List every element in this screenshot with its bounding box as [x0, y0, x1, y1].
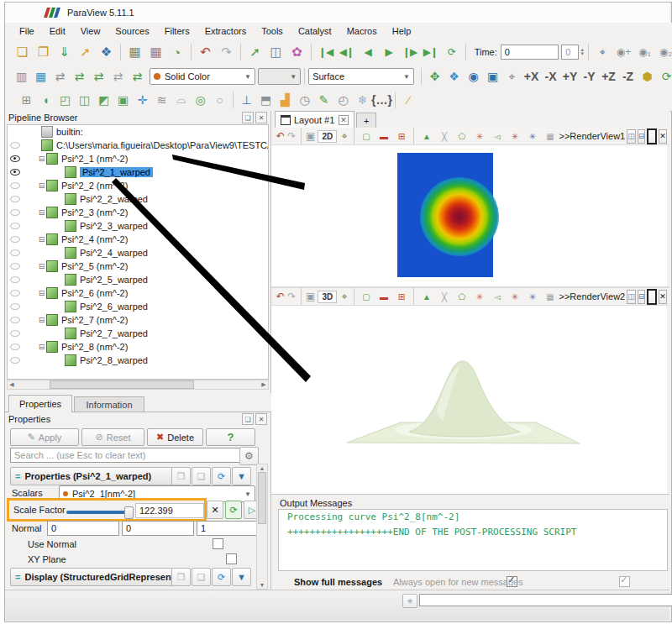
reset-session-icon[interactable]: ◔ [166, 42, 187, 62]
renderview2-label[interactable]: >>RenderView2 [559, 291, 626, 302]
menu-file[interactable]: File [12, 24, 42, 38]
display-section-header[interactable]: = Display (StructuredGridRepresentatio [10, 568, 176, 586]
slice-icon[interactable]: ◫ [75, 91, 94, 109]
group-datasets-icon[interactable]: ◎ [191, 91, 210, 109]
split-horizontal-button[interactable]: ◫ [627, 129, 636, 144]
rescale-data-range-icon[interactable]: ⇄ [70, 67, 89, 86]
undock-panel-button[interactable]: ❏ [242, 112, 254, 123]
menu-view[interactable]: View [73, 24, 108, 38]
tree-expander-icon[interactable]: ⊟ [37, 316, 46, 324]
close-view-button[interactable]: ✕ [659, 290, 667, 304]
output-messages-box[interactable]: Processing curve Psi^2_8[nm^-2]+++++++++… [278, 509, 668, 571]
frame-spinner-arrows[interactable]: ▲▼ [580, 48, 585, 56]
tree-expander-icon[interactable]: ⊟ [37, 235, 46, 244]
connect-server-icon[interactable]: ▦ [124, 42, 145, 62]
camera-mode-toggle[interactable]: 3D [318, 291, 337, 303]
pipeline-item-psi5[interactable]: ⊟ Psi^2_5 (nm^-2) [8, 260, 268, 273]
interactive-select-points-icon[interactable]: ◅ [488, 128, 506, 144]
glyph-icon[interactable]: ✛ [133, 91, 152, 109]
visibility-eye-icon[interactable] [9, 354, 22, 366]
pipeline-item-builtin[interactable]: builtin: [8, 125, 268, 139]
zoom-to-box-icon[interactable]: ⌖ [339, 289, 350, 304]
use-normal-checkbox[interactable] [213, 538, 223, 549]
tree-expander-icon[interactable]: ⊟ [37, 208, 46, 217]
visibility-eye-icon[interactable] [9, 233, 22, 245]
first-frame-button[interactable]: ❙◀ [315, 42, 336, 62]
pipeline-item-psi6[interactable]: ⊟ Psi^2_6 (nm^-2) [8, 286, 268, 300]
paste-properties-button[interactable]: ❏ [192, 568, 211, 586]
normal-x-input[interactable]: 0 [47, 521, 119, 536]
hover-points-icon[interactable]: ✳ [506, 128, 523, 144]
split-vertical-button[interactable]: ⊟ [638, 129, 646, 144]
camera-2-icon[interactable]: ◉₂ [655, 42, 672, 62]
always-open-checkbox[interactable] [619, 576, 630, 587]
select-cells-through-icon[interactable]: ⊞ [392, 128, 410, 144]
extract-subset-icon[interactable]: ▣ [113, 91, 133, 109]
properties-section-header[interactable]: = Properties (Psi^2_1_warped) [10, 467, 176, 485]
pipeline-item-psi4[interactable]: ⊟ Psi^2_4 (nm^-2) [8, 233, 268, 246]
save-state-icon[interactable]: ❐ [33, 42, 54, 62]
camera-undo-icon[interactable]: ↶ [275, 128, 286, 144]
close-view-button[interactable]: ✕ [659, 129, 667, 144]
copy-properties-button[interactable]: ❐ [171, 467, 191, 485]
toggle-interaction-mode-icon[interactable]: ▦ [541, 128, 559, 144]
save-defaults-button[interactable]: ▼ [232, 467, 251, 485]
select-cells-polygon-icon[interactable]: ▲ [417, 128, 435, 144]
visibility-eye-icon[interactable] [9, 260, 22, 272]
histogram-icon[interactable]: ▟ [276, 91, 295, 109]
tree-expander-icon[interactable]: ⊟ [37, 181, 46, 190]
tab-information[interactable]: Information [74, 396, 144, 412]
plot-data-icon[interactable]: ✎ [314, 91, 333, 109]
zoom-camera-icon[interactable]: ⌖ [592, 42, 613, 62]
component-combo[interactable]: ▼ [258, 68, 301, 85]
save-data-icon[interactable]: ⇓ [54, 42, 75, 62]
paste-properties-button[interactable]: ❏ [192, 467, 211, 485]
edit-color-map-icon[interactable]: ▦ [31, 67, 50, 86]
toggle-color-legend-icon[interactable]: ▥ [12, 67, 31, 86]
menu-tools[interactable]: Tools [254, 24, 291, 38]
view-plus-y-button[interactable]: +Y [560, 67, 580, 86]
interactive-select-points-icon[interactable]: ◅ [488, 289, 506, 304]
slider-handle[interactable] [124, 506, 134, 519]
visibility-eye-icon[interactable] [9, 247, 22, 259]
time-input[interactable]: 0 [501, 45, 559, 60]
rotate-90-button[interactable]: ⟳ [657, 67, 672, 86]
pipeline-item-psi1-warped[interactable]: Psi^2_1_warped [8, 165, 268, 179]
copy-properties-button[interactable]: ❐ [171, 568, 191, 586]
threshold-icon[interactable]: ◩ [94, 91, 113, 109]
scale-factor-slider[interactable] [66, 511, 132, 514]
menu-extractors[interactable]: Extractors [197, 24, 255, 38]
reset-camera-closest-icon[interactable]: ◉ [464, 67, 483, 86]
pipeline-item-psi4-warped[interactable]: Psi^2_4_warped [8, 246, 268, 260]
view-minus-y-button[interactable]: -Y [580, 67, 599, 86]
reset-to-data-button[interactable]: ⟳ [225, 501, 242, 519]
new-layout-tab[interactable]: + [356, 113, 376, 128]
load-state-icon[interactable]: ➚ [75, 42, 96, 62]
interactive-select-cells-icon[interactable]: ✳ [470, 289, 488, 304]
pipeline-item-psi8-warped[interactable]: Psi^2_8_warped [8, 354, 268, 367]
color-by-combo[interactable]: Solid Color ▼ [150, 68, 255, 85]
reset-camera-icon[interactable]: ✥ [425, 67, 444, 86]
tree-expander-icon[interactable]: ⊟ [37, 155, 46, 163]
color-palette-icon[interactable]: ✿ [286, 42, 307, 62]
pipeline-item-psi7-warped[interactable]: Psi^2_7_warped [8, 327, 268, 340]
open-file-icon[interactable]: ❏ [12, 42, 33, 62]
menu-filters[interactable]: Filters [157, 24, 197, 38]
close-panel-button[interactable]: ✕ [255, 112, 267, 123]
extract-level-icon[interactable]: ○ [210, 91, 229, 109]
scroll-right-icon[interactable]: ▶ [260, 381, 268, 388]
select-points-polygon-icon[interactable]: ╳ [435, 128, 453, 144]
warp-by-scalar-icon[interactable]: ⌓ [171, 91, 191, 109]
select-points-on-icon[interactable]: ▬ [375, 289, 392, 304]
camera-mode-toggle[interactable]: 2D [318, 130, 337, 143]
pipeline-item-psi7[interactable]: ⊟ Psi^2_7 (nm^-2) [8, 313, 268, 327]
auto-apply-icon[interactable]: ➚ [244, 42, 265, 62]
previous-frame-button[interactable]: ◀❙ [336, 42, 357, 62]
reset-range-icon[interactable]: ⇄ [50, 67, 70, 86]
properties-vscrollbar[interactable]: ▲ ▼ [256, 464, 268, 590]
visibility-eye-icon[interactable] [9, 341, 22, 353]
pipeline-item-psi8[interactable]: ⊟ Psi^2_8 (nm^-2) [8, 340, 268, 354]
visibility-eye-icon[interactable] [9, 180, 22, 191]
python-annotation-icon[interactable]: ❄ [353, 91, 372, 109]
select-block-icon[interactable]: ⬠ [453, 128, 470, 144]
